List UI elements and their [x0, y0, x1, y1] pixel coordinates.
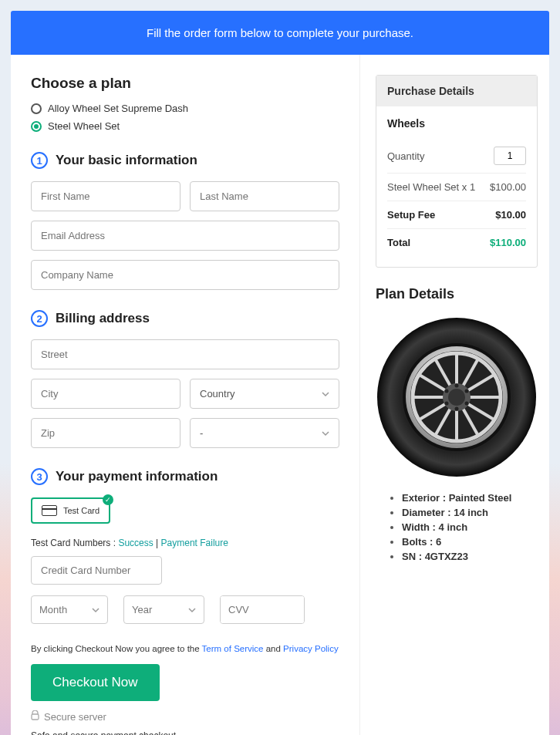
- company-input[interactable]: [31, 260, 339, 290]
- total-value: $110.00: [490, 237, 526, 248]
- line-item-label: Steel Wheel Set x 1: [387, 181, 475, 193]
- test-card-label: Test Card: [63, 506, 100, 515]
- choose-plan-title: Choose a plan: [31, 75, 339, 92]
- privacy-link[interactable]: Privacy Policy: [283, 644, 339, 653]
- chevron-down-icon: [92, 606, 100, 614]
- credit-card-icon: [42, 505, 57, 516]
- select-label: Month: [39, 604, 67, 615]
- line-item-value: $100.00: [490, 181, 526, 193]
- section-title: Your basic information: [56, 153, 197, 168]
- radio-selected-icon: [31, 121, 42, 132]
- separator: |: [153, 538, 161, 548]
- last-name-input[interactable]: [190, 181, 339, 211]
- check-circle-icon: ✓: [103, 494, 113, 505]
- plan-details-title: Plan Details: [376, 286, 538, 302]
- purchase-details-title: Purchase Details: [376, 76, 537, 106]
- svg-point-21: [465, 389, 469, 393]
- country-select[interactable]: Country: [190, 379, 339, 409]
- svg-point-19: [448, 389, 465, 406]
- section-title: Billing address: [56, 311, 150, 326]
- radio-unselected-icon: [31, 103, 42, 114]
- tos-line: By clicking Checkout Now you agree to th…: [31, 644, 339, 653]
- month-select[interactable]: Month: [31, 595, 108, 624]
- main-container: Choose a plan Alloy Wheel Set Supreme Da…: [11, 55, 549, 735]
- secure-server-line: Secure server: [31, 710, 339, 723]
- select-label: Year: [132, 604, 152, 615]
- select-label: Country: [200, 388, 235, 400]
- purchase-details-box: Purchase Details Wheels Quantity Steel W…: [376, 75, 538, 268]
- step-number-icon: 2: [31, 310, 48, 327]
- quantity-row: Quantity: [387, 139, 526, 173]
- lock-icon: [31, 710, 39, 723]
- setup-fee-row: Setup Fee $10.00: [387, 201, 526, 228]
- list-item: Width : 4 inch: [402, 521, 538, 533]
- fee-value: $10.00: [495, 209, 526, 221]
- total-row: Total $110.00: [387, 228, 526, 256]
- tos-and: and: [264, 644, 284, 653]
- plan-option-label: Steel Wheel Set: [48, 120, 120, 132]
- test-success-link[interactable]: Success: [118, 538, 153, 548]
- first-name-input[interactable]: [31, 181, 180, 211]
- plan-option-label: Alloy Wheel Set Supreme Dash: [48, 103, 188, 114]
- section-basic-info: 1 Your basic information: [31, 152, 339, 169]
- svg-point-25: [445, 389, 449, 393]
- step-number-icon: 1: [31, 152, 48, 169]
- total-label: Total: [387, 237, 410, 248]
- zip-input[interactable]: [31, 418, 180, 448]
- state-select[interactable]: -: [190, 418, 339, 448]
- svg-point-23: [455, 407, 459, 411]
- checkout-button[interactable]: Checkout Now: [31, 664, 160, 701]
- chevron-down-icon: [188, 606, 196, 614]
- list-item: Diameter : 14 inch: [402, 507, 538, 518]
- city-input[interactable]: [31, 379, 180, 409]
- section-payment: 3 Your payment information: [31, 468, 339, 485]
- secure-label: Secure server: [44, 711, 106, 723]
- banner: Fill the order form below to complete yo…: [11, 11, 549, 55]
- summary-column: Purchase Details Wheels Quantity Steel W…: [360, 55, 553, 735]
- credit-card-input[interactable]: [31, 556, 162, 585]
- street-input[interactable]: [31, 339, 339, 369]
- safe-label: Safe and secure payment checkout.: [31, 730, 339, 735]
- test-card-prefix: Test Card Numbers :: [31, 538, 118, 548]
- email-input[interactable]: [31, 221, 339, 251]
- select-label: -: [200, 427, 203, 439]
- chevron-down-icon: [322, 430, 329, 437]
- test-card-numbers-line: Test Card Numbers : Success | Payment Fa…: [31, 538, 339, 548]
- chevron-down-icon: [322, 390, 329, 398]
- svg-point-24: [445, 402, 449, 406]
- section-title: Your payment information: [56, 469, 218, 484]
- list-item: SN : 4GTXZ23: [402, 551, 538, 562]
- list-item: Exterior : Painted Steel: [402, 492, 538, 504]
- svg-point-20: [455, 384, 459, 388]
- cvv-input[interactable]: [221, 596, 305, 623]
- wheel-image: [376, 316, 538, 478]
- form-column: Choose a plan Alloy Wheel Set Supreme Da…: [11, 55, 360, 735]
- section-billing: 2 Billing address: [31, 310, 339, 327]
- quantity-label: Quantity: [387, 150, 424, 162]
- cvv-field[interactable]: [220, 595, 305, 624]
- year-select[interactable]: Year: [123, 595, 204, 624]
- plan-details-list: Exterior : Painted Steel Diameter : 14 i…: [376, 492, 538, 562]
- tos-link[interactable]: Term of Service: [202, 644, 264, 653]
- test-card-chip[interactable]: Test Card ✓: [31, 497, 110, 524]
- quantity-input[interactable]: [494, 147, 526, 165]
- test-failure-link[interactable]: Payment Failure: [161, 538, 228, 548]
- line-item-row: Steel Wheel Set x 1 $100.00: [387, 173, 526, 201]
- fee-label: Setup Fee: [387, 209, 435, 221]
- svg-point-22: [465, 402, 469, 406]
- tos-prefix: By clicking Checkout Now you agree to th…: [31, 644, 202, 653]
- step-number-icon: 3: [31, 468, 48, 485]
- list-item: Bolts : 6: [402, 536, 538, 548]
- purchase-sub: Wheels: [387, 117, 526, 130]
- plan-option-alloy[interactable]: Alloy Wheel Set Supreme Dash: [31, 103, 339, 114]
- svg-rect-0: [32, 714, 39, 720]
- plan-option-steel[interactable]: Steel Wheel Set: [31, 120, 339, 132]
